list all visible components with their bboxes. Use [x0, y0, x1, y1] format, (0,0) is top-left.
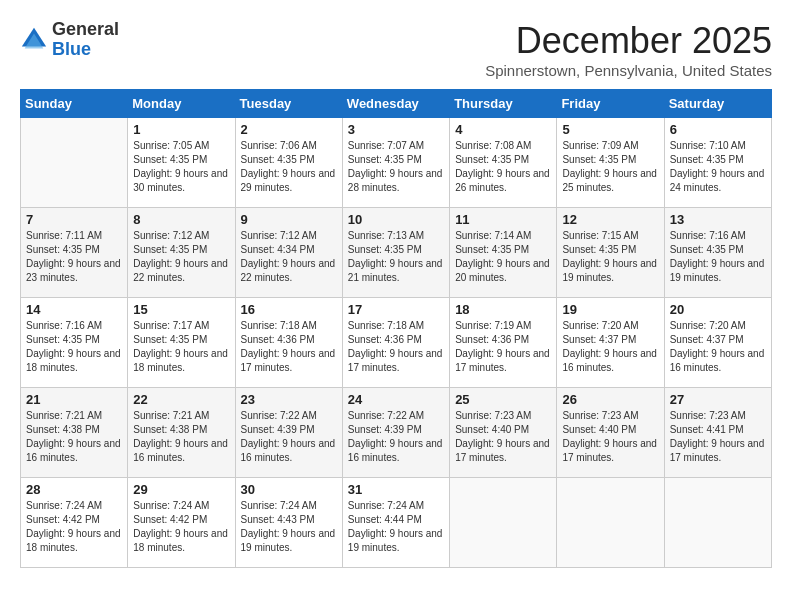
- calendar-cell: 12Sunrise: 7:15 AMSunset: 4:35 PMDayligh…: [557, 208, 664, 298]
- cell-info: Sunrise: 7:20 AMSunset: 4:37 PMDaylight:…: [670, 319, 766, 375]
- cell-info: Sunrise: 7:23 AMSunset: 4:40 PMDaylight:…: [455, 409, 551, 465]
- day-number: 27: [670, 392, 766, 407]
- cell-info: Sunrise: 7:20 AMSunset: 4:37 PMDaylight:…: [562, 319, 658, 375]
- month-title: December 2025: [485, 20, 772, 62]
- day-number: 25: [455, 392, 551, 407]
- calendar-cell: 30Sunrise: 7:24 AMSunset: 4:43 PMDayligh…: [235, 478, 342, 568]
- day-number: 6: [670, 122, 766, 137]
- cell-info: Sunrise: 7:15 AMSunset: 4:35 PMDaylight:…: [562, 229, 658, 285]
- col-header-saturday: Saturday: [664, 90, 771, 118]
- cell-info: Sunrise: 7:21 AMSunset: 4:38 PMDaylight:…: [26, 409, 122, 465]
- calendar-cell: [21, 118, 128, 208]
- day-number: 23: [241, 392, 337, 407]
- calendar-cell: 31Sunrise: 7:24 AMSunset: 4:44 PMDayligh…: [342, 478, 449, 568]
- cell-info: Sunrise: 7:11 AMSunset: 4:35 PMDaylight:…: [26, 229, 122, 285]
- page-header: General Blue December 2025 Spinnerstown,…: [20, 20, 772, 79]
- day-number: 16: [241, 302, 337, 317]
- calendar-cell: 9Sunrise: 7:12 AMSunset: 4:34 PMDaylight…: [235, 208, 342, 298]
- calendar-cell: 28Sunrise: 7:24 AMSunset: 4:42 PMDayligh…: [21, 478, 128, 568]
- col-header-monday: Monday: [128, 90, 235, 118]
- cell-info: Sunrise: 7:12 AMSunset: 4:34 PMDaylight:…: [241, 229, 337, 285]
- day-number: 17: [348, 302, 444, 317]
- location-title: Spinnerstown, Pennsylvania, United State…: [485, 62, 772, 79]
- cell-info: Sunrise: 7:10 AMSunset: 4:35 PMDaylight:…: [670, 139, 766, 195]
- calendar-cell: 29Sunrise: 7:24 AMSunset: 4:42 PMDayligh…: [128, 478, 235, 568]
- day-number: 20: [670, 302, 766, 317]
- calendar-week-1: 1Sunrise: 7:05 AMSunset: 4:35 PMDaylight…: [21, 118, 772, 208]
- cell-info: Sunrise: 7:23 AMSunset: 4:41 PMDaylight:…: [670, 409, 766, 465]
- calendar-cell: 27Sunrise: 7:23 AMSunset: 4:41 PMDayligh…: [664, 388, 771, 478]
- calendar-table: SundayMondayTuesdayWednesdayThursdayFrid…: [20, 89, 772, 568]
- cell-info: Sunrise: 7:14 AMSunset: 4:35 PMDaylight:…: [455, 229, 551, 285]
- calendar-cell: 1Sunrise: 7:05 AMSunset: 4:35 PMDaylight…: [128, 118, 235, 208]
- calendar-cell: 13Sunrise: 7:16 AMSunset: 4:35 PMDayligh…: [664, 208, 771, 298]
- logo-icon: [20, 26, 48, 54]
- day-number: 5: [562, 122, 658, 137]
- col-header-thursday: Thursday: [450, 90, 557, 118]
- calendar-cell: 19Sunrise: 7:20 AMSunset: 4:37 PMDayligh…: [557, 298, 664, 388]
- day-number: 29: [133, 482, 229, 497]
- day-number: 9: [241, 212, 337, 227]
- logo: General Blue: [20, 20, 119, 60]
- cell-info: Sunrise: 7:24 AMSunset: 4:42 PMDaylight:…: [133, 499, 229, 555]
- day-number: 21: [26, 392, 122, 407]
- calendar-cell: 4Sunrise: 7:08 AMSunset: 4:35 PMDaylight…: [450, 118, 557, 208]
- day-number: 14: [26, 302, 122, 317]
- calendar-cell: 22Sunrise: 7:21 AMSunset: 4:38 PMDayligh…: [128, 388, 235, 478]
- calendar-cell: 18Sunrise: 7:19 AMSunset: 4:36 PMDayligh…: [450, 298, 557, 388]
- calendar-cell: 10Sunrise: 7:13 AMSunset: 4:35 PMDayligh…: [342, 208, 449, 298]
- col-header-tuesday: Tuesday: [235, 90, 342, 118]
- cell-info: Sunrise: 7:18 AMSunset: 4:36 PMDaylight:…: [241, 319, 337, 375]
- cell-info: Sunrise: 7:07 AMSunset: 4:35 PMDaylight:…: [348, 139, 444, 195]
- day-number: 13: [670, 212, 766, 227]
- calendar-cell: 26Sunrise: 7:23 AMSunset: 4:40 PMDayligh…: [557, 388, 664, 478]
- day-number: 11: [455, 212, 551, 227]
- calendar-cell: 24Sunrise: 7:22 AMSunset: 4:39 PMDayligh…: [342, 388, 449, 478]
- day-number: 2: [241, 122, 337, 137]
- calendar-cell: 2Sunrise: 7:06 AMSunset: 4:35 PMDaylight…: [235, 118, 342, 208]
- cell-info: Sunrise: 7:16 AMSunset: 4:35 PMDaylight:…: [670, 229, 766, 285]
- calendar-cell: 8Sunrise: 7:12 AMSunset: 4:35 PMDaylight…: [128, 208, 235, 298]
- calendar-week-2: 7Sunrise: 7:11 AMSunset: 4:35 PMDaylight…: [21, 208, 772, 298]
- calendar-cell: 21Sunrise: 7:21 AMSunset: 4:38 PMDayligh…: [21, 388, 128, 478]
- col-header-sunday: Sunday: [21, 90, 128, 118]
- day-number: 4: [455, 122, 551, 137]
- cell-info: Sunrise: 7:13 AMSunset: 4:35 PMDaylight:…: [348, 229, 444, 285]
- cell-info: Sunrise: 7:22 AMSunset: 4:39 PMDaylight:…: [348, 409, 444, 465]
- day-number: 12: [562, 212, 658, 227]
- calendar-cell: 20Sunrise: 7:20 AMSunset: 4:37 PMDayligh…: [664, 298, 771, 388]
- calendar-week-3: 14Sunrise: 7:16 AMSunset: 4:35 PMDayligh…: [21, 298, 772, 388]
- day-number: 31: [348, 482, 444, 497]
- calendar-cell: 25Sunrise: 7:23 AMSunset: 4:40 PMDayligh…: [450, 388, 557, 478]
- calendar-cell: 14Sunrise: 7:16 AMSunset: 4:35 PMDayligh…: [21, 298, 128, 388]
- calendar-cell: 15Sunrise: 7:17 AMSunset: 4:35 PMDayligh…: [128, 298, 235, 388]
- calendar-week-5: 28Sunrise: 7:24 AMSunset: 4:42 PMDayligh…: [21, 478, 772, 568]
- day-number: 7: [26, 212, 122, 227]
- cell-info: Sunrise: 7:22 AMSunset: 4:39 PMDaylight:…: [241, 409, 337, 465]
- cell-info: Sunrise: 7:21 AMSunset: 4:38 PMDaylight:…: [133, 409, 229, 465]
- calendar-cell: 5Sunrise: 7:09 AMSunset: 4:35 PMDaylight…: [557, 118, 664, 208]
- calendar-cell: 7Sunrise: 7:11 AMSunset: 4:35 PMDaylight…: [21, 208, 128, 298]
- cell-info: Sunrise: 7:18 AMSunset: 4:36 PMDaylight:…: [348, 319, 444, 375]
- calendar-cell: [664, 478, 771, 568]
- day-number: 15: [133, 302, 229, 317]
- day-number: 3: [348, 122, 444, 137]
- cell-info: Sunrise: 7:24 AMSunset: 4:44 PMDaylight:…: [348, 499, 444, 555]
- cell-info: Sunrise: 7:23 AMSunset: 4:40 PMDaylight:…: [562, 409, 658, 465]
- day-number: 18: [455, 302, 551, 317]
- calendar-week-4: 21Sunrise: 7:21 AMSunset: 4:38 PMDayligh…: [21, 388, 772, 478]
- title-block: December 2025 Spinnerstown, Pennsylvania…: [485, 20, 772, 79]
- cell-info: Sunrise: 7:09 AMSunset: 4:35 PMDaylight:…: [562, 139, 658, 195]
- calendar-cell: 11Sunrise: 7:14 AMSunset: 4:35 PMDayligh…: [450, 208, 557, 298]
- day-number: 19: [562, 302, 658, 317]
- calendar-cell: 6Sunrise: 7:10 AMSunset: 4:35 PMDaylight…: [664, 118, 771, 208]
- cell-info: Sunrise: 7:12 AMSunset: 4:35 PMDaylight:…: [133, 229, 229, 285]
- day-number: 10: [348, 212, 444, 227]
- logo-blue-text: Blue: [52, 40, 119, 60]
- calendar-cell: [557, 478, 664, 568]
- calendar-cell: 16Sunrise: 7:18 AMSunset: 4:36 PMDayligh…: [235, 298, 342, 388]
- calendar-cell: [450, 478, 557, 568]
- logo-general-text: General: [52, 20, 119, 40]
- day-number: 30: [241, 482, 337, 497]
- calendar-header: SundayMondayTuesdayWednesdayThursdayFrid…: [21, 90, 772, 118]
